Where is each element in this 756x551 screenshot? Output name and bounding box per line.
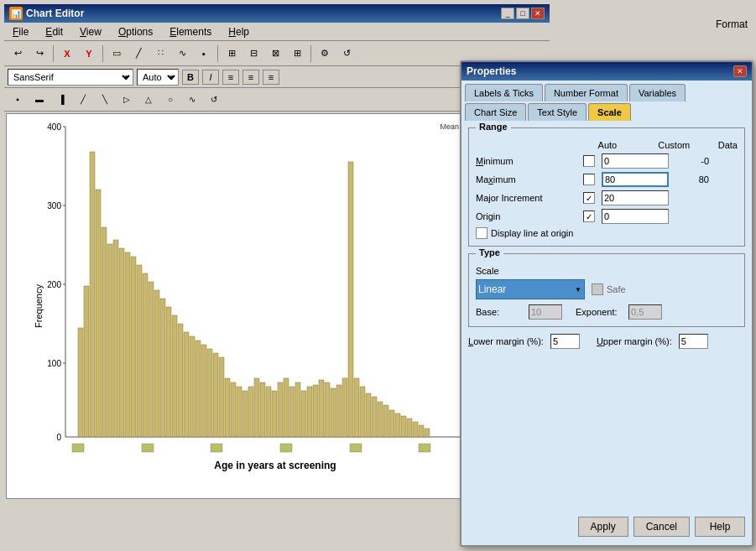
line-chart-button[interactable]: ╱ [128, 44, 149, 63]
minimum-row: Minimum -0 [476, 153, 738, 169]
app-icon: 📊 [9, 7, 23, 20]
settings-button[interactable]: ⚙ [315, 44, 335, 63]
menu-elements[interactable]: Elements [164, 24, 216, 39]
undo-button[interactable]: ↩ [8, 44, 28, 63]
svg-rect-41 [178, 324, 183, 437]
range-section-label: Range [476, 122, 511, 132]
svg-text:400: 400 [47, 122, 61, 132]
maximize-button[interactable]: □ [516, 8, 529, 19]
chart-type-10[interactable]: ↺ [204, 91, 224, 109]
maximum-auto-checkbox[interactable] [583, 174, 595, 185]
properties-title: Properties [467, 65, 516, 77]
menu-help[interactable]: Help [223, 24, 254, 39]
svg-rect-49 [225, 378, 230, 437]
exponent-input [628, 304, 662, 320]
upper-margin-input[interactable] [679, 334, 708, 349]
svg-rect-21 [280, 444, 292, 452]
tab-variables[interactable]: Variables [629, 84, 686, 101]
minimum-custom-input[interactable] [602, 153, 669, 169]
svg-rect-58 [278, 382, 283, 437]
apply-button[interactable]: Apply [578, 517, 628, 537]
svg-rect-43 [190, 336, 195, 437]
maximum-row: Maximum 80 [476, 172, 738, 187]
properties-title-bar: Properties ✕ [461, 62, 752, 81]
base-input [529, 304, 562, 320]
minimize-button[interactable]: _ [501, 8, 514, 19]
origin-custom-input[interactable] [602, 209, 669, 224]
chart-type-3[interactable]: ▐ [51, 91, 71, 109]
menu-bar: File Edit View Options Elements Help [4, 23, 550, 41]
curve-button[interactable]: ∿ [172, 44, 192, 63]
minimum-label: Minimum [476, 156, 560, 166]
safe-checkbox[interactable] [592, 283, 603, 295]
chart-type-1[interactable]: ▪ [8, 91, 28, 109]
lower-margin-input[interactable] [550, 334, 580, 349]
cancel-button[interactable]: Cancel [633, 517, 690, 537]
redo-button[interactable]: ↪ [29, 44, 50, 63]
svg-rect-64 [313, 385, 318, 437]
svg-rect-72 [360, 387, 365, 437]
tab-chart-size[interactable]: Chart Size [465, 103, 526, 121]
chart-editor-title-bar: 📊 Chart Editor _ □ ✕ [4, 4, 550, 23]
tab-text-style[interactable]: Text Style [528, 103, 587, 121]
maximum-label: Maximum [476, 174, 560, 185]
tab-labels-ticks[interactable]: Labels & Ticks [465, 84, 543, 101]
svg-rect-30 [113, 240, 118, 437]
svg-text:300: 300 [47, 201, 61, 211]
help-button[interactable]: Help [695, 517, 745, 537]
display-line-checkbox[interactable] [476, 227, 487, 239]
italic-button[interactable]: I [202, 70, 219, 85]
minimum-auto-checkbox[interactable] [583, 155, 595, 167]
select-y-button[interactable]: Y [79, 44, 99, 63]
menu-view[interactable]: View [75, 24, 107, 39]
bold-button[interactable]: B [182, 70, 199, 85]
origin-auto-checkbox[interactable] [583, 211, 595, 222]
close-button[interactable]: ✕ [531, 8, 545, 19]
chart-type-4[interactable]: ╱ [73, 91, 93, 109]
svg-rect-68 [336, 385, 342, 437]
chart-type-8[interactable]: ○ [160, 91, 180, 109]
svg-rect-75 [378, 402, 383, 437]
chart-type-9[interactable]: ∿ [182, 91, 202, 109]
svg-rect-22 [350, 444, 362, 452]
major-increment-auto-checkbox[interactable] [583, 192, 595, 204]
align-right-button[interactable]: ≡ [263, 70, 279, 85]
col-data-header: Data [707, 140, 738, 150]
svg-rect-27 [96, 190, 101, 437]
scatter-button[interactable]: ∷ [150, 44, 170, 63]
bottom-buttons: Apply Cancel Help [461, 512, 752, 542]
chart-type-2[interactable]: ▬ [29, 91, 50, 109]
bar-chart-button[interactable]: ▭ [107, 44, 127, 63]
svg-rect-19 [142, 444, 154, 452]
scale-sublabel: Scale [476, 266, 738, 276]
maximum-custom-input[interactable] [602, 172, 669, 187]
scale-type-select[interactable]: Linear Log Power [476, 279, 585, 299]
svg-rect-40 [172, 315, 177, 437]
svg-rect-28 [102, 227, 107, 437]
tab-number-format[interactable]: Number Format [545, 84, 628, 101]
chart-type-6[interactable]: ▷ [117, 91, 137, 109]
major-increment-row: Major Increment [476, 190, 738, 205]
menu-edit[interactable]: Edit [40, 24, 68, 39]
zoom-in-button[interactable]: ⊞ [222, 44, 242, 63]
svg-rect-20 [211, 444, 222, 452]
zoom-out-button[interactable]: ⊟ [243, 44, 263, 63]
chart-type-7[interactable]: △ [138, 91, 159, 109]
tab-scale[interactable]: Scale [588, 103, 631, 121]
font-size-select[interactable]: Auto [137, 69, 179, 86]
font-name-select[interactable]: SansSerif [8, 69, 133, 86]
select-x-button[interactable]: X [57, 44, 77, 63]
grid-button[interactable]: ⊞ [287, 44, 307, 63]
menu-options[interactable]: Options [113, 24, 158, 39]
fill-button[interactable]: ▪ [194, 44, 214, 63]
fit-button[interactable]: ⊠ [265, 44, 285, 63]
svg-text:Age in years at screening: Age in years at screening [214, 460, 336, 471]
align-center-button[interactable]: ≡ [242, 70, 259, 85]
svg-rect-47 [213, 353, 218, 437]
major-increment-custom-input[interactable] [602, 190, 669, 205]
refresh-button[interactable]: ↺ [336, 44, 357, 63]
chart-type-5[interactable]: ╲ [95, 91, 115, 109]
menu-file[interactable]: File [8, 24, 34, 39]
align-left-button[interactable]: ≡ [222, 70, 239, 85]
properties-close-button[interactable]: ✕ [733, 65, 747, 77]
